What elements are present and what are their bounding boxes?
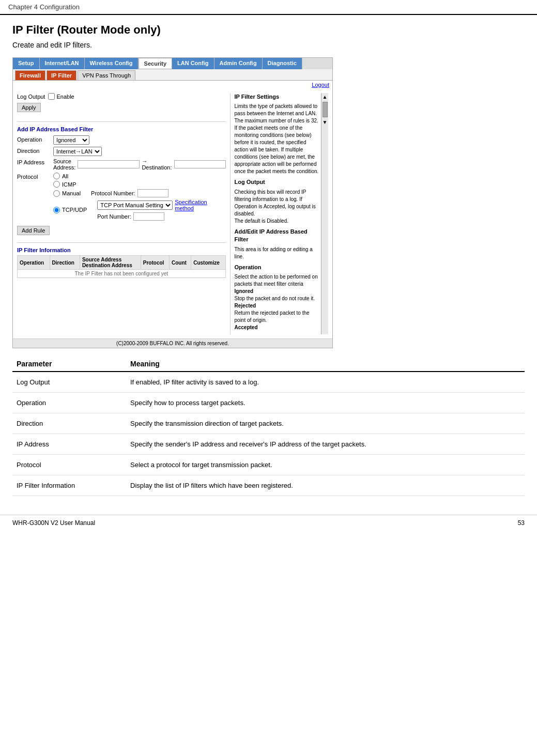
protocol-label: Protocol <box>17 173 53 180</box>
divider-2 <box>17 242 226 243</box>
table-row-empty: The IP Filter has not been configured ye… <box>18 270 226 278</box>
subtab-firewall[interactable]: Firewall <box>15 70 45 80</box>
divider-1 <box>17 121 226 122</box>
tab-setup[interactable]: Setup <box>13 58 40 69</box>
protocol-tcpudp-row: TCP/UDP TCP Port Manual Setting Specific… <box>53 199 226 221</box>
operation-label: Operation <box>17 135 53 143</box>
logout-link[interactable]: Logout <box>312 82 329 88</box>
param-row: Direction Specify the transmission direc… <box>12 413 525 434</box>
filter-table: Operation Direction Source AddressDestin… <box>17 255 226 278</box>
protocol-number-label: Protocol Number: <box>91 190 135 196</box>
add-rule-button[interactable]: Add Rule <box>17 226 50 235</box>
protocol-manual-row: Manual Protocol Number: <box>53 189 226 197</box>
protocol-row: Protocol All ICMP <box>17 173 226 221</box>
add-filter-title: Add IP Address Based Filter <box>17 126 226 132</box>
help-log-output-body: Checking this box will record IP filteri… <box>235 189 321 225</box>
enable-label-text: Enable <box>56 94 74 100</box>
protocol-icmp-label: ICMP <box>62 181 76 188</box>
ip-filter-info-title: IP Filter Information <box>17 247 226 253</box>
source-address-label: Source Address: <box>53 158 75 171</box>
chapter-header-text: Chapter 4 Configuration <box>8 3 80 11</box>
tab-diagnostic[interactable]: Diagnostic <box>263 58 302 69</box>
help-add-edit-body: This area is for adding or editing a lin… <box>235 246 321 260</box>
help-operation-title: Operation <box>235 264 321 271</box>
enable-checkbox[interactable] <box>48 93 55 100</box>
param-row: IP Filter Information Display the list o… <box>12 475 525 496</box>
col-operation: Operation <box>18 256 50 270</box>
col-direction: Direction <box>50 256 80 270</box>
direction-select[interactable]: Internet→LAN LAN→Internet Both <box>53 147 102 156</box>
param-row: IP Address Specify the sender's IP addre… <box>12 434 525 454</box>
operation-control: Ignored Rejected Accepted <box>53 135 226 145</box>
help-log-output: Log Output Checking this box will record… <box>235 178 321 224</box>
ip-address-control: Source Address: → Destination: <box>53 158 226 171</box>
apply-button[interactable]: Apply <box>17 103 41 112</box>
protocol-number-input[interactable] <box>137 189 168 197</box>
protocol-all-radio[interactable] <box>53 173 60 179</box>
scroll-down-arrow[interactable]: ▼ <box>321 118 329 126</box>
help-operation-body: Select the action to be performed on pac… <box>235 273 321 331</box>
help-add-edit-title: Add/Edit IP Address Based Filter <box>235 228 321 244</box>
protocol-tcpudp-radio[interactable] <box>53 207 60 213</box>
param-cell: Log Output <box>12 372 126 393</box>
spec-method-link[interactable]: Specification method <box>175 199 225 211</box>
param-cell: IP Filter Information <box>12 475 126 496</box>
chapter-header: Chapter 4 Configuration <box>0 0 537 15</box>
param-cell: Protocol <box>12 454 126 475</box>
log-output-label: Log Output <box>17 94 45 100</box>
help-body-text: Limits the type of packets allowed to pa… <box>235 103 321 175</box>
meaning-cell: Specify how to process target packets. <box>126 392 525 413</box>
destination-address-input[interactable] <box>174 160 226 168</box>
help-section-title: IP Filter Settings Limits the type of pa… <box>235 93 321 175</box>
browser-inner: Log Output Enable Apply Add IP Address B… <box>13 89 332 338</box>
tcp-port-select[interactable]: TCP Port Manual Setting <box>97 200 173 210</box>
sub-tabs: Firewall IP Filter VPN Pass Through <box>13 69 332 81</box>
source-address-input[interactable] <box>78 160 140 168</box>
meaning-cell: Specify the sender's IP address and rece… <box>126 434 525 454</box>
operation-select[interactable]: Ignored Rejected Accepted <box>53 135 89 145</box>
ip-source-row: Source Address: → Destination: <box>53 158 226 171</box>
tab-wireless[interactable]: Wireless Config <box>85 58 139 69</box>
protocol-all-row: All <box>53 173 226 179</box>
protocol-manual-radio[interactable] <box>53 190 60 197</box>
tab-admin[interactable]: Admin Config <box>214 58 263 69</box>
enable-checkbox-label[interactable]: Enable <box>48 93 74 100</box>
footer-right: 53 <box>518 519 525 527</box>
direction-label: Direction <box>17 147 53 154</box>
log-output-row: Log Output Enable <box>17 93 226 100</box>
port-number-input[interactable] <box>133 212 164 221</box>
not-configured-msg: The IP Filter has not been configured ye… <box>18 270 226 278</box>
protocol-icmp-radio[interactable] <box>53 181 60 188</box>
meaning-cell: Display the list of IP filters which hav… <box>126 475 525 496</box>
param-cell: IP Address <box>12 434 126 454</box>
direction-control: Internet→LAN LAN→Internet Both <box>53 147 226 156</box>
protocol-manual-label: Manual <box>62 190 81 196</box>
port-number-label: Port Number: <box>97 213 131 220</box>
nav-tabs: Setup Internet/LAN Wireless Config Secur… <box>13 58 332 69</box>
meaning-cell: If enabled, IP filter activity is saved … <box>126 372 525 393</box>
operation-row: Operation Ignored Rejected Accepted <box>17 135 226 145</box>
protocol-all-label: All <box>62 173 68 179</box>
param-col-header: Parameter <box>12 357 126 372</box>
ip-address-label: IP Address <box>17 158 53 165</box>
tab-lan[interactable]: LAN Config <box>172 58 214 69</box>
tab-security[interactable]: Security <box>139 58 172 69</box>
subtab-ipfilter[interactable]: IP Filter <box>47 70 76 80</box>
direction-row: Direction Internet→LAN LAN→Internet Both <box>17 147 226 156</box>
tab-internet[interactable]: Internet/LAN <box>40 58 85 69</box>
param-row: Protocol Select a protocol for target tr… <box>12 454 525 475</box>
scrollbar[interactable]: ▲ ▼ <box>321 93 328 334</box>
col-customize: Customize <box>191 256 225 270</box>
page-footer: WHR-G300N V2 User Manual 53 <box>0 515 537 531</box>
subtab-vpn[interactable]: VPN Pass Through <box>78 70 135 80</box>
col-count: Count <box>169 256 191 270</box>
scroll-thumb[interactable] <box>323 102 328 117</box>
footer-left: WHR-G300N V2 User Manual <box>12 519 95 527</box>
browser-right-panel: IP Filter Settings Limits the type of pa… <box>230 93 321 334</box>
page-title: IP Filter (Router Mode only) <box>12 23 525 37</box>
param-row: Log Output If enabled, IP filter activit… <box>12 372 525 393</box>
protocol-control: All ICMP Manual Protocol Number: <box>53 173 226 221</box>
param-cell: Direction <box>12 413 126 434</box>
scroll-up-arrow[interactable]: ▲ <box>321 93 329 101</box>
protocol-icmp-row: ICMP <box>53 181 226 188</box>
